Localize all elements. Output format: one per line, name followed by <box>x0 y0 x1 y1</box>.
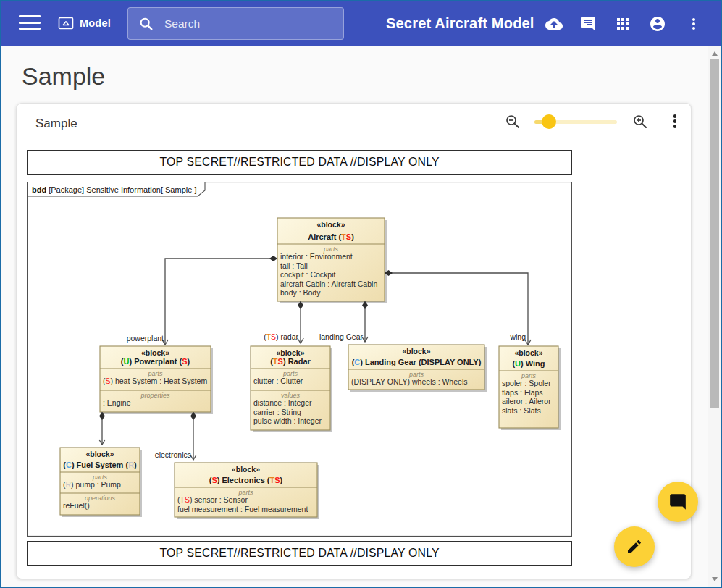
block-name: (TS) Radar <box>270 357 311 366</box>
connector-fuel-system[interactable] <box>99 412 105 445</box>
compartment-entry: interior : Environment <box>280 252 353 261</box>
block-name: Aircraft (TS) <box>308 232 354 241</box>
connector-label: (TS) radar <box>264 332 298 341</box>
zoom-in-icon[interactable] <box>632 114 648 130</box>
model-button[interactable]: Model <box>58 12 111 35</box>
compartment-entry: body : Body <box>280 288 321 297</box>
connector-label: powerplant <box>127 334 164 343</box>
scrollbar-thumb[interactable] <box>710 59 719 408</box>
zoom-out-icon[interactable] <box>505 114 521 130</box>
diagram-card: Sample TOP SECRET//RESTRICTED DATA //DIS… <box>16 103 692 579</box>
app-title: Secret Aircraft Model <box>386 0 534 46</box>
block-radar[interactable]: «block»(TS) Radarpartsclutter : Clutterv… <box>251 346 332 432</box>
chat-bubble-icon <box>668 492 687 511</box>
compartment-entry: (S) heat System : Heat System <box>103 377 207 385</box>
connector-wing[interactable]: wing <box>385 270 531 345</box>
compartment-entry: (TS) sensor : Sensor <box>177 495 248 504</box>
block-name: (C) Fuel System (R) <box>63 461 137 469</box>
diagram-card-title: Sample <box>35 117 77 131</box>
apps-grid-icon[interactable] <box>614 15 631 33</box>
compartment-entry: clutter : Clutter <box>253 377 303 385</box>
connector-line[interactable] <box>165 259 277 345</box>
app-bar: Model Secret Aircraft Model <box>0 0 722 46</box>
search-icon <box>138 16 154 32</box>
page-title: Sample <box>22 62 105 91</box>
compartment-entry: carrier : String <box>253 408 301 416</box>
vertical-scrollbar[interactable] <box>708 46 721 588</box>
search-box[interactable] <box>127 7 344 40</box>
block-name: (U) Powerplant (S) <box>121 357 190 366</box>
compartment-entry: aileror : Aileror <box>502 397 551 406</box>
scroll-up-arrow[interactable] <box>708 48 721 59</box>
block-stereotype: «block» <box>232 465 260 474</box>
connector-label: electronics <box>155 450 191 459</box>
comment-fab[interactable] <box>658 482 698 522</box>
compartment-entry: fuel measurement : Fuel measurement <box>177 505 308 513</box>
account-icon[interactable] <box>649 15 666 33</box>
compartment-entry: cockpit : Cockpit <box>280 270 336 279</box>
compartment-entry: distance : Integer <box>253 398 312 407</box>
pencil-icon <box>626 538 643 555</box>
block-electronics[interactable]: «block»(S) Electronics (TS)parts(TS) sen… <box>175 463 319 519</box>
compartment-entry: : Engine <box>103 398 131 407</box>
compartment-entry: flaps : Flaps <box>502 388 543 397</box>
compartment-entry: (DISPLAY ONLY) wheels : Wheels <box>351 377 467 386</box>
connector-label: wing <box>509 332 526 341</box>
block-stereotype: «block» <box>514 348 542 357</box>
block-stereotype: «block» <box>402 347 430 356</box>
compartment-entry: aircraft Cabin : Aircraft Cabin <box>280 280 377 288</box>
classification-banner-bottom: TOP SECRET//RESTRICTED DATA //DISPLAY ON… <box>27 541 572 566</box>
block-powerplant[interactable]: «block»(U) Powerplant (S)parts(S) heat S… <box>100 346 213 414</box>
compartment-entry: (R) pump : Pump <box>63 480 121 489</box>
edit-fab[interactable] <box>614 526 655 567</box>
card-more-options-icon[interactable] <box>673 114 677 129</box>
comments-icon[interactable] <box>579 15 597 33</box>
bdd-diagram: bdd [Package] Sensitive Information[ Sam… <box>27 182 572 537</box>
block-stereotype: «block» <box>316 220 345 229</box>
connector-label: landing Gear <box>319 332 364 341</box>
connector-landing-gear[interactable]: landing Gear <box>319 301 368 342</box>
composition-diamond <box>269 256 277 261</box>
more-options-icon[interactable] <box>685 15 702 33</box>
block-stereotype: «block» <box>85 450 114 458</box>
compartment-entry: reFuel() <box>63 501 90 510</box>
connector-powerplant[interactable]: powerplant <box>127 256 277 345</box>
block-aircraft[interactable]: «block»Aircraft (TS)partsinterior : Envi… <box>277 218 387 303</box>
frame-label: bdd [Package] Sensitive Information[ Sam… <box>32 185 196 194</box>
scroll-down-arrow[interactable] <box>708 574 721 585</box>
compartment-entry: pulse width : Integer <box>253 416 322 425</box>
application-window: Model Secret Aircraft Model S <box>0 0 722 588</box>
search-input[interactable] <box>164 17 333 30</box>
block-fuel-system[interactable]: «block»(C) Fuel System (R)parts(R) pump … <box>60 448 142 517</box>
connector-electronics[interactable]: electronics <box>155 412 196 460</box>
block-landing-gear[interactable]: «block»(C) Landing Gear (DISPLAY ONLY)pa… <box>348 345 487 392</box>
model-button-label: Model <box>80 17 111 29</box>
compartment-entry: spoler : Spoler <box>502 379 551 387</box>
block-wing[interactable]: «block»(U) Wingpartsspoler : Spolerflaps… <box>499 346 561 430</box>
connector-line[interactable] <box>385 273 528 345</box>
block-stereotype: «block» <box>141 348 169 357</box>
block-name: (S) Electronics (TS) <box>209 476 283 484</box>
block-stereotype: «block» <box>276 348 304 357</box>
compartment-entry: tail : Tail <box>280 261 308 270</box>
classification-banner-top: TOP SECRET//RESTRICTED DATA //DISPLAY ON… <box>27 150 572 175</box>
block-name: (C) Landing Gear (DISPLAY ONLY) <box>352 358 482 366</box>
zoom-slider[interactable] <box>534 114 617 129</box>
model-icon <box>58 16 74 30</box>
block-name: (U) Wing <box>512 359 545 368</box>
cloud-upload-icon[interactable] <box>545 15 563 33</box>
menu-icon[interactable] <box>19 15 41 31</box>
connector-radar[interactable]: (TS) radar <box>264 301 303 343</box>
compartment-label: properties <box>140 392 170 399</box>
zoom-slider-knob[interactable] <box>542 114 556 129</box>
compartment-entry: slats : Slats <box>502 406 541 415</box>
